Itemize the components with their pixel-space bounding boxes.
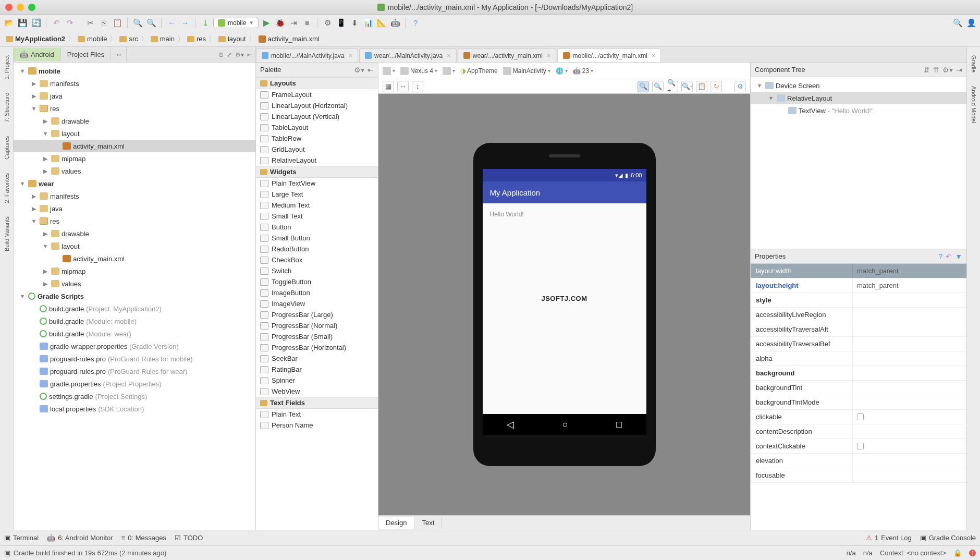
property-row[interactable]: backgroundTintMode	[751, 395, 966, 410]
expand-h-icon[interactable]: ↔	[397, 81, 409, 92]
palette-item[interactable]: Plain Text	[256, 409, 378, 420]
tree-row[interactable]: build.gradle (Project: MyApplication2)	[14, 302, 255, 315]
collapse-icon[interactable]: ⊙	[218, 51, 224, 58]
component-tree-row[interactable]: TextView - "Hello World!"	[751, 104, 966, 117]
property-row[interactable]: clickable	[751, 410, 966, 424]
close-tab-icon[interactable]: ×	[349, 52, 353, 59]
palette-section[interactable]: Layouts	[256, 77, 378, 89]
breadcrumb-item[interactable]: MyApplication2	[4, 34, 67, 44]
zoom-actual-icon[interactable]: 🔍	[652, 81, 664, 92]
breadcrumb-item[interactable]: activity_main.xml	[257, 34, 321, 44]
tree-row[interactable]: local.properties (SDK Location)	[14, 403, 255, 415]
hide-icon[interactable]: ⇤	[247, 51, 252, 58]
property-row[interactable]: focusable	[751, 468, 966, 483]
palette-item[interactable]: LinearLayout (Horizontal)	[256, 100, 378, 111]
palette-item[interactable]: ProgressBar (Small)	[256, 331, 378, 342]
activity-selector[interactable]: MainActivity▾	[503, 67, 550, 75]
tree-row[interactable]: ▼res	[14, 215, 255, 227]
api-selector[interactable]: 🤖23▾	[573, 67, 593, 75]
scroll-from-icon[interactable]: ⤢	[227, 51, 232, 58]
palette-hide-icon[interactable]: ⇤	[368, 66, 374, 74]
help-icon[interactable]: ?	[938, 252, 942, 261]
run-config-selector[interactable]: mobile ▼	[213, 18, 259, 28]
properties-table[interactable]: layout:widthmatch_parentlayout:heightmat…	[751, 264, 966, 530]
tree-row[interactable]: build.gradle (Module: mobile)	[14, 315, 255, 327]
palette-item[interactable]: GridLayout	[256, 144, 378, 155]
tree-row[interactable]: activity_main.xml	[14, 252, 255, 265]
design-tab[interactable]: Design	[378, 517, 414, 529]
palette-item[interactable]: Small Text	[256, 211, 378, 222]
device-selector[interactable]: Nexus 4▾	[400, 67, 437, 75]
palette-item[interactable]: FrameLayout	[256, 89, 378, 100]
zoom-in-icon[interactable]: 🔍+	[667, 81, 678, 92]
tool-window-tab[interactable]: Captures	[3, 133, 11, 163]
close-tab-icon[interactable]: ×	[652, 52, 656, 59]
palette-item[interactable]: WebView	[256, 386, 378, 397]
cut-icon[interactable]: ✂	[84, 17, 96, 29]
paste-icon[interactable]: 📋	[112, 17, 123, 29]
tree-row[interactable]: ▼wear	[14, 177, 255, 190]
maximize-window-button[interactable]	[28, 4, 35, 11]
gear-icon[interactable]: ⚙▾	[942, 66, 953, 74]
orientation-selector[interactable]: ▾	[383, 67, 395, 75]
palette-item[interactable]: TableLayout	[256, 122, 378, 133]
palette-item[interactable]: ImageButton	[256, 287, 378, 298]
zoom-fit-icon[interactable]: 🔍	[638, 81, 649, 92]
property-row[interactable]: accessibilityTraversalAft	[751, 322, 966, 337]
palette-item[interactable]: Person Name	[256, 420, 378, 431]
property-row[interactable]: alpha	[751, 351, 966, 366]
tree-row[interactable]: activity_main.xml	[14, 140, 255, 152]
design-canvas[interactable]: ▾◢▮6:00 My Application Hello World! JSOF…	[378, 94, 750, 515]
property-row[interactable]: style	[751, 293, 966, 308]
tree-row[interactable]: ▶java	[14, 202, 255, 215]
error-indicator[interactable]: !	[969, 550, 976, 556]
zoom-out-icon[interactable]: 🔍-	[681, 81, 693, 92]
tree-row[interactable]: proguard-rules.pro (ProGuard Rules for m…	[14, 352, 255, 365]
make-icon[interactable]: ⤓	[200, 17, 211, 29]
editor-tab[interactable]: wear/.../MainActivity.java×	[359, 48, 457, 62]
hide-icon[interactable]: ⇥	[956, 66, 962, 74]
debug-icon[interactable]: 🐞	[274, 17, 286, 29]
property-row[interactable]: accessibilityTraversalBef	[751, 337, 966, 351]
lock-icon[interactable]: 🔒	[953, 549, 962, 557]
user-icon[interactable]: 👤	[965, 17, 977, 29]
editor-tab[interactable]: wear/.../activity_main.xml×	[458, 48, 557, 62]
tree-row[interactable]: gradle-wrapper.properties (Gradle Versio…	[14, 340, 255, 352]
component-tree[interactable]: ▼Device Screen▼RelativeLayoutTextView - …	[751, 77, 966, 249]
palette-list[interactable]: LayoutsFrameLayoutLinearLayout (Horizont…	[256, 77, 378, 530]
sync-icon[interactable]: 🔄	[30, 17, 42, 29]
palette-item[interactable]: LinearLayout (Vertical)	[256, 111, 378, 122]
collapse-strip-icon[interactable]: ▣	[4, 549, 10, 557]
gear-icon[interactable]: ⚙▾	[235, 51, 244, 58]
editor-tab[interactable]: mobile/.../activity_main.xml×	[557, 48, 661, 62]
avd-icon[interactable]: 📱	[335, 17, 347, 29]
project-tab-files[interactable]: Project Files	[61, 48, 112, 61]
attach-icon[interactable]: ⇥	[288, 17, 299, 29]
tree-row[interactable]: ▼mobile	[14, 65, 255, 77]
open-icon[interactable]: 📂	[3, 17, 15, 29]
event-log-tab[interactable]: ⚠1 Event Log	[866, 534, 912, 542]
tool-window-tab[interactable]: 1: Project	[3, 52, 11, 82]
tree-row[interactable]: ▼layout	[14, 240, 255, 252]
breadcrumb-item[interactable]: layout	[217, 34, 248, 44]
close-tab-icon[interactable]: ×	[447, 52, 451, 59]
palette-section[interactable]: Text Fields	[256, 397, 378, 409]
close-window-button[interactable]	[5, 4, 13, 11]
project-tab-more[interactable]: ↔	[111, 48, 127, 61]
locale-selector[interactable]: 🌐▾	[556, 67, 568, 75]
expand-icon[interactable]: ⇵	[924, 66, 930, 74]
palette-item[interactable]: ProgressBar (Normal)	[256, 320, 378, 331]
breadcrumb-item[interactable]: mobile	[76, 34, 108, 44]
palette-item[interactable]: TableRow	[256, 133, 378, 144]
palette-item[interactable]: Switch	[256, 265, 378, 276]
palette-item[interactable]: RatingBar	[256, 364, 378, 375]
refresh-icon[interactable]: ↻	[710, 81, 722, 92]
tree-row[interactable]: settings.gradle (Project Settings)	[14, 390, 255, 403]
palette-item[interactable]: Medium Text	[256, 200, 378, 211]
tree-row[interactable]: ▶java	[14, 90, 255, 102]
android-monitor-tab[interactable]: 🤖6: Android Monitor	[47, 534, 113, 542]
palette-item[interactable]: RadioButton	[256, 244, 378, 254]
palette-item[interactable]: ProgressBar (Large)	[256, 309, 378, 320]
find-icon[interactable]: 🔍	[132, 17, 143, 29]
display-selector[interactable]: ▾	[443, 67, 455, 75]
